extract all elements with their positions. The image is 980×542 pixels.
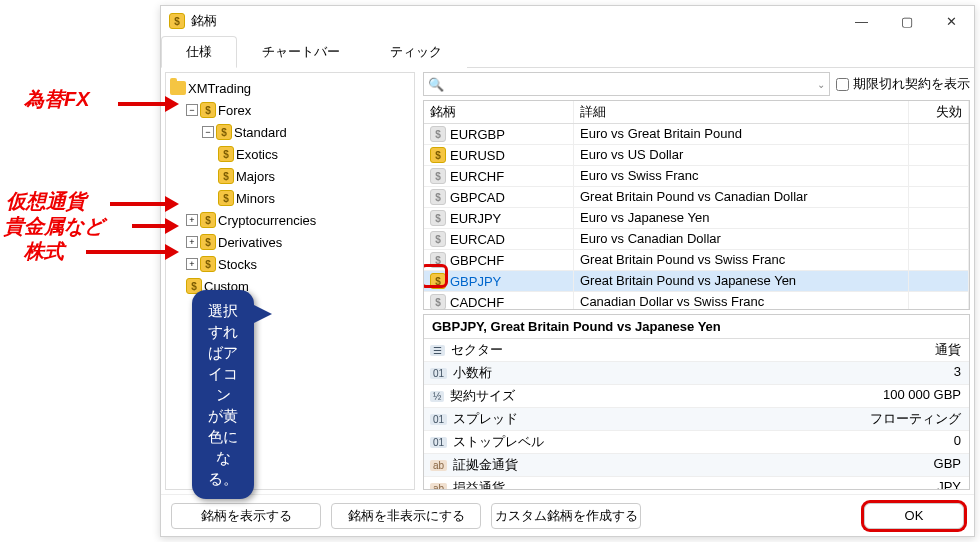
tree-standard[interactable]: − $ Standard: [202, 121, 410, 143]
dollar-icon: $: [200, 212, 216, 228]
maximize-button[interactable]: ▢: [884, 6, 929, 36]
table-row[interactable]: $CADCHFCanadian Dollar vs Swiss Franc: [424, 292, 969, 310]
field-tag: 01: [430, 368, 447, 379]
cell-detail: Great Britain Pound vs Swiss Franc: [574, 250, 909, 270]
tree-stocks[interactable]: + $ Stocks: [186, 253, 410, 275]
anno-crypto: 仮想通貨: [6, 188, 86, 215]
detail-row: ☰セクター通貨: [424, 339, 969, 362]
table-row[interactable]: $GBPCHFGreat Britain Pound vs Swiss Fran…: [424, 250, 969, 271]
search-icon: 🔍: [428, 77, 444, 92]
cell-symbol: $EURCHF: [424, 166, 574, 186]
detail-label: ☰セクター: [424, 339, 624, 361]
cell-symbol: $GBPCHF: [424, 250, 574, 270]
field-tag: ½: [430, 391, 444, 402]
dollar-icon: $: [218, 146, 234, 162]
dollar-icon: $: [430, 147, 446, 163]
anno-metals: 貴金属など: [4, 213, 104, 240]
tree-forex[interactable]: − $ Forex: [186, 99, 410, 121]
dollar-icon: $: [430, 231, 446, 247]
cell-symbol: $CADCHF: [424, 292, 574, 310]
cell-disabled: [909, 292, 969, 310]
title-bar: $ 銘柄 — ▢ ✕: [161, 6, 974, 36]
field-tag: ab: [430, 460, 447, 471]
tree-root[interactable]: XMTrading: [170, 77, 410, 99]
expand-icon[interactable]: +: [186, 236, 198, 248]
table-row[interactable]: $EURUSDEuro vs US Dollar: [424, 145, 969, 166]
symbols-grid[interactable]: 銘柄 詳細 失効 $EURGBPEuro vs Great Britain Po…: [423, 100, 970, 310]
tree-pane[interactable]: XMTrading − $ Forex − $ Standard: [165, 72, 415, 490]
tree-label: Derivatives: [218, 235, 282, 250]
cell-symbol: $EURUSD: [424, 145, 574, 165]
tab-spec[interactable]: 仕様: [161, 36, 237, 68]
ok-button[interactable]: OK: [864, 503, 964, 529]
table-row[interactable]: $GBPCADGreat Britain Pound vs Canadian D…: [424, 187, 969, 208]
detail-row: 01スプレッドフローティング: [424, 408, 969, 431]
table-row[interactable]: $EURGBPEuro vs Great Britain Pound: [424, 124, 969, 145]
detail-row: ab損益通貨JPY: [424, 477, 969, 490]
col-disabled[interactable]: 失効: [909, 101, 969, 123]
collapse-icon[interactable]: −: [202, 126, 214, 138]
dollar-icon: $: [430, 126, 446, 142]
collapse-icon[interactable]: −: [186, 104, 198, 116]
table-row[interactable]: $EURCADEuro vs Canadian Dollar: [424, 229, 969, 250]
tree-custom[interactable]: $ Custom: [186, 275, 410, 297]
table-row[interactable]: $GBPJPYGreat Britain Pound vs Japanese Y…: [424, 271, 969, 292]
show-expired-checkbox[interactable]: 期限切れ契約を表示: [836, 75, 970, 93]
details-pane[interactable]: GBPJPY, Great Britain Pound vs Japanese …: [423, 314, 970, 490]
table-row[interactable]: $EURJPYEuro vs Japanese Yen: [424, 208, 969, 229]
field-tag: ab: [430, 483, 447, 491]
cell-detail: Great Britain Pound vs Canadian Dollar: [574, 187, 909, 207]
cell-symbol: $EURJPY: [424, 208, 574, 228]
tree-label: Exotics: [236, 147, 278, 162]
show-symbol-button[interactable]: 銘柄を表示する: [171, 503, 321, 529]
cell-detail: Great Britain Pound vs Japanese Yen: [574, 271, 909, 291]
tree-exotics[interactable]: $ Exotics: [218, 143, 410, 165]
tab-chart[interactable]: チャートバー: [237, 36, 365, 68]
close-button[interactable]: ✕: [929, 6, 974, 36]
field-tag: ☰: [430, 345, 445, 356]
hide-symbol-button[interactable]: 銘柄を非表示にする: [331, 503, 481, 529]
dollar-icon: $: [200, 256, 216, 272]
dollar-icon: $: [430, 210, 446, 226]
search-field[interactable]: [448, 77, 813, 92]
cell-detail: Euro vs Great Britain Pound: [574, 124, 909, 144]
chevron-down-icon[interactable]: ⌄: [817, 79, 825, 90]
detail-value: GBP: [624, 454, 969, 476]
search-input[interactable]: 🔍 ⌄: [423, 72, 830, 96]
cell-detail: Canadian Dollar vs Swiss Franc: [574, 292, 909, 310]
expand-icon[interactable]: +: [186, 214, 198, 226]
cell-disabled: [909, 229, 969, 249]
minimize-button[interactable]: —: [839, 6, 884, 36]
anno-fx: 為替FX: [24, 86, 90, 113]
symbols-dialog: $ 銘柄 — ▢ ✕ 仕様 チャートバー ティック XMTrading − $ …: [160, 5, 975, 537]
col-detail[interactable]: 詳細: [574, 101, 909, 123]
show-expired-input[interactable]: [836, 78, 849, 91]
cell-symbol: $EURGBP: [424, 124, 574, 144]
detail-row: 01ストップレベル0: [424, 431, 969, 454]
tree-label: Stocks: [218, 257, 257, 272]
dollar-icon: $: [430, 273, 446, 289]
detail-value: フローティング: [624, 408, 969, 430]
detail-row: ½契約サイズ100 000 GBP: [424, 385, 969, 408]
tree-majors[interactable]: $ Majors: [218, 165, 410, 187]
detail-value: 通貨: [624, 339, 969, 361]
anno-stocks: 株式: [24, 238, 64, 265]
create-custom-button[interactable]: カスタム銘柄を作成する: [491, 503, 641, 529]
cell-detail: Euro vs US Dollar: [574, 145, 909, 165]
table-row[interactable]: $EURCHFEuro vs Swiss Franc: [424, 166, 969, 187]
dollar-icon: $: [430, 189, 446, 205]
tab-tick[interactable]: ティック: [365, 36, 467, 68]
expand-icon[interactable]: +: [186, 258, 198, 270]
tree-crypto[interactable]: + $ Cryptocurrencies: [186, 209, 410, 231]
tree-label: Forex: [218, 103, 251, 118]
detail-label: 01スプレッド: [424, 408, 624, 430]
cell-detail: Euro vs Japanese Yen: [574, 208, 909, 228]
tree-minors[interactable]: $ Minors: [218, 187, 410, 209]
col-symbol[interactable]: 銘柄: [424, 101, 574, 123]
tree-derivatives[interactable]: + $ Derivatives: [186, 231, 410, 253]
cell-symbol: $GBPJPY: [424, 271, 574, 291]
dollar-icon: $: [218, 190, 234, 206]
cell-disabled: [909, 250, 969, 270]
dollar-icon: $: [200, 234, 216, 250]
cell-disabled: [909, 271, 969, 291]
